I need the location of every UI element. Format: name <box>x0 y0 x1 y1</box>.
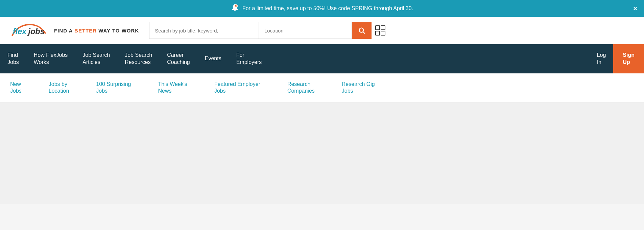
sub-nav-jobs-by-location[interactable]: Jobs byLocation <box>49 79 69 96</box>
tagline: FIND A BETTER WAY TO WORK <box>54 28 139 33</box>
promo-banner: ★ For a limited time, save up to 50%! Us… <box>0 0 644 17</box>
search-button[interactable] <box>352 22 372 39</box>
banner-content: ★ For a limited time, save up to 50%! Us… <box>231 3 413 14</box>
banner-close-button[interactable]: × <box>633 5 637 13</box>
nav-item-events[interactable]: Events <box>197 44 229 73</box>
nav-item-job-search-resources[interactable]: Job SearchResources <box>117 44 160 73</box>
logo[interactable]: flex jobs <box>10 22 47 39</box>
sub-nav-featured-employer-jobs[interactable]: Featured EmployerJobs <box>214 79 260 96</box>
svg-line-5 <box>363 32 365 33</box>
advanced-search-button[interactable] <box>375 25 386 36</box>
bell-icon: ★ <box>231 3 239 14</box>
search-area <box>149 22 386 39</box>
svg-text:flex: flex <box>13 27 27 36</box>
nav-item-career-coaching[interactable]: CareerCoaching <box>160 44 197 73</box>
nav-item-log-in[interactable]: LogIn <box>590 44 614 73</box>
sub-nav-research-gig-jobs[interactable]: Research GigJobs <box>342 79 375 96</box>
nav-spacer <box>269 44 589 73</box>
nav-item-sign-up[interactable]: SignUp <box>613 44 644 73</box>
site-header: flex jobs FIND A BETTER WAY TO WORK <box>0 17 644 44</box>
sub-nav-new-jobs[interactable]: NewJobs <box>10 79 22 96</box>
sub-nav-this-weeks-news[interactable]: This Week'sNews <box>158 79 187 96</box>
tagline-suffix: WAY TO WORK <box>97 28 139 33</box>
sub-nav-research-companies[interactable]: ResearchCompanies <box>287 79 315 96</box>
search-icon <box>358 27 365 34</box>
svg-rect-7 <box>381 26 385 30</box>
svg-rect-9 <box>381 31 385 35</box>
sub-nav: NewJobs Jobs byLocation 100 SurprisingJo… <box>0 73 644 103</box>
svg-rect-6 <box>376 26 380 30</box>
nav-item-find-jobs[interactable]: FindJobs <box>0 44 26 73</box>
banner-text: For a limited time, save up to 50%! Use … <box>242 5 413 12</box>
location-input[interactable] <box>259 22 352 39</box>
svg-text:jobs: jobs <box>27 27 44 36</box>
nav-item-how-flexjobs-works[interactable]: How FlexJobsWorks <box>26 44 75 73</box>
tagline-accent: BETTER <box>74 28 97 33</box>
tagline-prefix: FIND A <box>54 28 74 33</box>
search-input[interactable] <box>149 22 259 39</box>
logo-area: flex jobs FIND A BETTER WAY TO WORK <box>10 22 139 39</box>
nav-item-job-search-articles[interactable]: Job SearchArticles <box>75 44 117 73</box>
sub-nav-100-surprising-jobs[interactable]: 100 SurprisingJobs <box>96 79 131 96</box>
nav-item-for-employers[interactable]: ForEmployers <box>229 44 269 73</box>
advanced-search-icon <box>375 25 386 36</box>
main-nav: FindJobs How FlexJobsWorks Job SearchArt… <box>0 44 644 73</box>
content-area <box>0 102 644 204</box>
svg-rect-8 <box>376 31 380 35</box>
